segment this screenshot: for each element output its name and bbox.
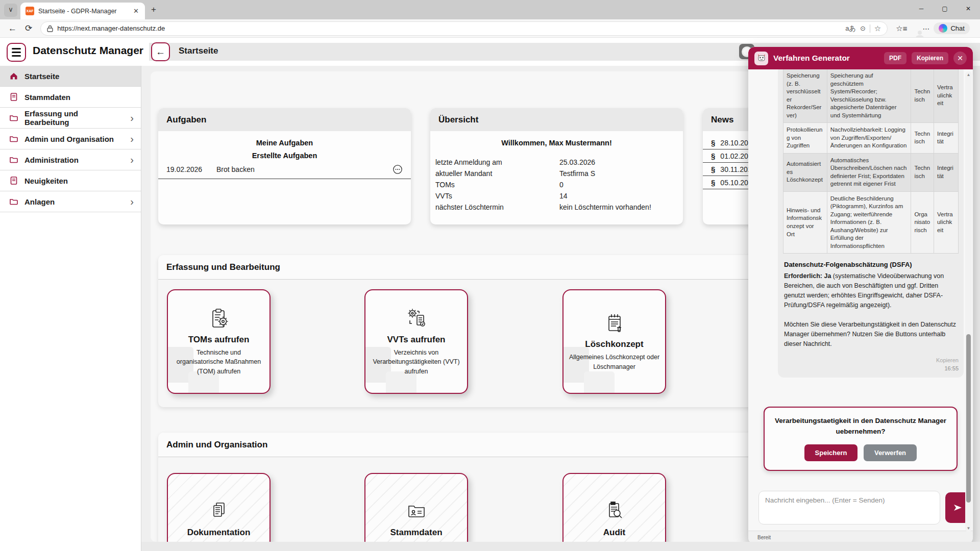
chat-panel-title: Verfahren Generator: [773, 54, 879, 63]
favicon-icon: XAF: [26, 7, 34, 15]
paragraph-icon: §: [711, 138, 715, 147]
minimize-button[interactable]: ─: [910, 0, 933, 17]
tab-close-icon[interactable]: ✕: [132, 7, 140, 15]
url-bar[interactable]: https://next.manager-datenschutz.de aあ ⊙…: [40, 21, 888, 36]
overview-row: nächster Löschterminkein Löschtermin vor…: [435, 202, 678, 212]
reader-icon[interactable]: ⊙: [860, 24, 866, 32]
favorites-bar-icon[interactable]: ☆≡: [896, 24, 907, 33]
tab-erstellte-aufgaben[interactable]: Erstellte Aufgaben: [158, 152, 411, 160]
sidebar: Startseite Stammdaten Erfassung und Bear…: [0, 66, 141, 551]
tile-toms-aufrufen[interactable]: TOMs aufrufen Technische und organisator…: [167, 289, 271, 394]
aufgaben-card: Aufgaben Meine Aufgaben Erstellte Aufgab…: [158, 108, 411, 224]
scroll-thumb[interactable]: [966, 334, 971, 503]
app-title: Datenschutz Manager: [33, 44, 143, 57]
welcome-text: Willkommen, Max Mustermann!: [430, 139, 683, 147]
task-row[interactable]: 19.02.2026 Brot backen: [158, 164, 411, 179]
sidebar-item-anlagen[interactable]: Anlagen ›: [0, 191, 141, 212]
tile-title: Stammdaten: [390, 528, 442, 538]
overview-row: letzte Anmeldung am25.03.2026: [435, 157, 678, 167]
tile-vvts-aufrufen[interactable]: VVTs aufrufen Verzeichnis von Verarbeitu…: [364, 289, 468, 394]
gear-document-icon: [405, 307, 428, 331]
home-icon: [9, 71, 18, 81]
chat-close-icon[interactable]: ✕: [953, 52, 967, 65]
documents-icon: [207, 500, 231, 523]
folder-icon: [9, 197, 18, 206]
tom-table: Speicherung (z. B. verschlüsselter Rekor…: [783, 68, 959, 254]
overview-row: VVTs14: [435, 191, 678, 201]
folder-icon: [9, 113, 18, 122]
page-title: Startseite: [179, 46, 218, 56]
sidebar-item-neuigkeiten[interactable]: Neuigkeiten: [0, 170, 141, 191]
tile-dokumentation[interactable]: Dokumentation alle Dokumentationen: [167, 473, 271, 551]
overview-row: aktueller MandantTestfirma S: [435, 168, 678, 178]
paragraph-icon: §: [711, 178, 715, 187]
paragraph-icon: §: [711, 152, 715, 160]
refresh-icon[interactable]: ⟳: [25, 23, 32, 34]
menu-toggle-button[interactable]: [7, 43, 26, 62]
close-button[interactable]: ✕: [957, 0, 980, 17]
overview-row: TOMs0: [435, 180, 678, 189]
chevron-right-icon: ›: [130, 155, 134, 165]
browser-menu-icon[interactable]: ⋯: [922, 24, 929, 33]
page-back-button[interactable]: ←: [151, 42, 170, 61]
translate-icon[interactable]: aあ: [845, 24, 856, 33]
pdf-button[interactable]: PDF: [884, 52, 906, 64]
message-copy-link[interactable]: Kopieren: [783, 357, 959, 363]
table-row: Speicherung (z. B. verschlüsselter Rekor…: [783, 69, 959, 123]
dsfa-text: Erforderlich: Ja (systematische Videoübe…: [784, 271, 958, 310]
window-controls: ─ ▢ ✕: [910, 0, 980, 17]
tab-list-chevron-icon[interactable]: ∨: [4, 4, 17, 17]
tile-title: Audit: [603, 528, 625, 538]
verwerfen-button[interactable]: Verwerfen: [864, 444, 917, 461]
tile-stammdaten[interactable]: Stammdaten allgemeine Grunddaten: [364, 473, 468, 551]
assistant-message: Speicherung (z. B. verschlüsselter Rekor…: [778, 65, 964, 378]
message-timestamp: 16:55: [783, 365, 959, 371]
task-label: Brot backen: [216, 165, 393, 173]
speichern-button[interactable]: Speichern: [804, 444, 857, 461]
table-row: Automatisiertes Löschkonzept Automatisch…: [783, 153, 959, 191]
maximize-button[interactable]: ▢: [933, 0, 957, 17]
sidebar-item-erfassung[interactable]: Erfassung und Bearbeitung ›: [0, 108, 141, 129]
tile-audit[interactable]: Audit Audit: [562, 473, 666, 551]
chat-header: Verfahren Generator PDF Kopieren ✕: [748, 47, 973, 69]
copy-button[interactable]: Kopieren: [912, 52, 948, 64]
robot-icon: [754, 52, 768, 65]
tile-subtitle: Allgemeines Löschkonzept oder Löschmanag…: [569, 353, 660, 371]
back-icon[interactable]: ←: [8, 23, 17, 34]
message-question: Möchten Sie diese Verarbeitungstätigkeit…: [784, 320, 958, 348]
scroll-down-icon[interactable]: ▼: [965, 526, 972, 531]
sidebar-item-stammdaten[interactable]: Stammdaten: [0, 87, 141, 108]
folder-contact-icon: [405, 500, 428, 523]
sidebar-item-startseite[interactable]: Startseite: [0, 66, 141, 87]
tile-title: VVTs aufrufen: [387, 335, 446, 345]
document-icon: [9, 92, 18, 102]
verfahren-generator-panel: Speicherung (z. B. verschlüsselter Rekor…: [748, 47, 973, 544]
tile-subtitle: Verzeichnis von Verarbeitungstätigkeiten…: [371, 348, 462, 375]
sidebar-item-administration[interactable]: Administration ›: [0, 149, 141, 170]
task-menu-icon[interactable]: [393, 164, 403, 174]
lock-icon: [47, 25, 53, 32]
url-text[interactable]: https://next.manager-datenschutz.de: [57, 24, 841, 32]
document-icon: [9, 176, 18, 185]
calendar-delete-icon: [603, 312, 626, 335]
tile-loeschkonzept[interactable]: Löschkonzept Allgemeines Löschkonzept od…: [562, 289, 666, 394]
browser-tab[interactable]: XAF Startseite - GDPR-Manager ✕: [20, 3, 145, 19]
sidebar-item-admin-organisation[interactable]: Admin und Organisation ›: [0, 129, 141, 149]
chat-message-input[interactable]: [758, 491, 940, 524]
scroll-up-icon[interactable]: ▲: [965, 72, 972, 77]
tab-meine-aufgaben[interactable]: Meine Aufgaben: [158, 139, 411, 147]
new-tab-button[interactable]: +: [151, 5, 156, 15]
copilot-icon: [939, 24, 947, 33]
dsfa-heading: Datenschutz-Folgenabschätzung (DSFA): [784, 261, 959, 268]
favorite-star-icon[interactable]: ☆: [874, 24, 881, 33]
chat-input-row: [748, 487, 973, 531]
chat-scrollbar[interactable]: ▲ ▼: [965, 71, 972, 532]
copilot-chat-button[interactable]: Chat: [934, 22, 969, 34]
chevron-right-icon: ›: [130, 196, 134, 207]
takeover-action-card: Verarbeitungstaetigkeit in den Datenschu…: [764, 407, 958, 471]
status-text: Bereit: [757, 535, 771, 540]
clipboard-gear-icon: [207, 307, 231, 331]
folder-icon: [9, 155, 18, 164]
takeover-prompt: Verarbeitungstaetigkeit in den Datenschu…: [774, 416, 947, 437]
tile-subtitle: Technische und organisatorische Maßnahme…: [173, 348, 264, 375]
